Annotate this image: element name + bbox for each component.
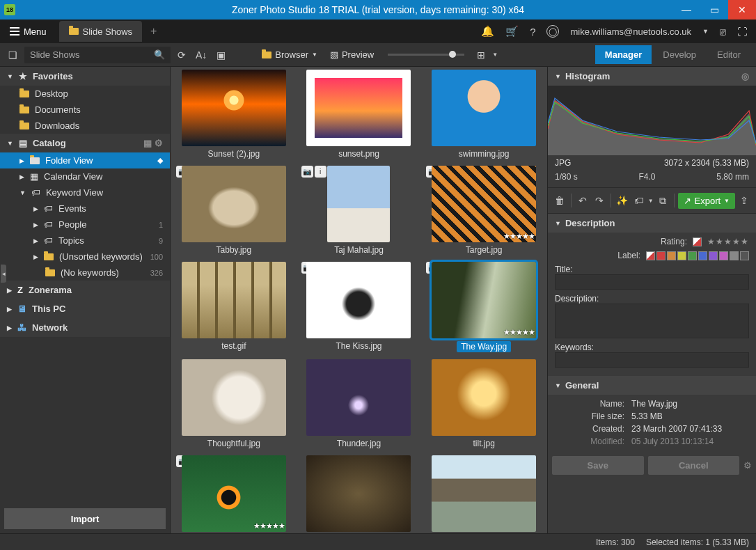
preview-mode-button[interactable]: ▧ Preview <box>326 49 378 60</box>
color-label-swatch[interactable] <box>688 251 697 260</box>
tree-item-calendar-view[interactable]: ▶▦Calendar View <box>0 168 170 184</box>
tree-item-unsorted[interactable]: ▶(Unsorted keywords)100 <box>28 249 170 265</box>
thumbnail-caption: The Kiss.jpg <box>336 341 381 351</box>
color-label-swatch[interactable] <box>698 251 707 260</box>
sort-icon[interactable]: A↓ <box>193 49 210 61</box>
tree-item-nokeywords[interactable]: (No keywords)326 <box>28 265 170 281</box>
mode-editor[interactable]: Editor <box>707 45 750 64</box>
compare-icon[interactable]: ⧉ <box>655 192 670 209</box>
thumbnail-item[interactable]: test.gif <box>176 262 292 352</box>
general-created-value: 23 March 2007 07:41:33 <box>631 424 722 434</box>
color-label-swatch[interactable] <box>709 251 718 260</box>
thumbnail-item[interactable]: Thoughtful.jpg <box>176 359 292 448</box>
window-title: Zoner Photo Studio 18 TRIAL (trial versi… <box>0 4 756 15</box>
tree-thispc-head[interactable]: ▶🖥This PC <box>0 299 170 318</box>
rating-stars[interactable]: ★★★★★ <box>707 237 749 246</box>
chevron-down-icon: ▼ <box>312 52 317 58</box>
back-icon[interactable]: ❏ <box>6 49 20 61</box>
color-label-swatch[interactable] <box>719 251 728 260</box>
main-menu-button[interactable]: Menu <box>0 19 56 43</box>
save-button[interactable]: Save <box>552 456 644 475</box>
thumbnail-item[interactable]: tower.jpg <box>426 455 542 533</box>
thumbnail-item[interactable]: Tools.jpg <box>301 455 417 533</box>
fullscreen-icon[interactable]: ⛶ <box>737 26 748 38</box>
new-tab-button[interactable]: + <box>142 25 165 38</box>
color-label-swatch[interactable] <box>667 251 676 260</box>
share-icon[interactable]: ⇪ <box>737 192 752 209</box>
description-input[interactable] <box>555 304 749 338</box>
gear-icon[interactable]: ⚙ <box>743 460 752 471</box>
color-label-swatch[interactable] <box>646 251 655 260</box>
thumbnail-item[interactable]: 📷iThe Kiss.jpg <box>301 262 417 352</box>
tag-icon[interactable]: 🏷 <box>631 192 647 209</box>
thumbnail-item[interactable]: Thunder.jpg <box>301 359 417 448</box>
wand-icon[interactable]: ✨ <box>615 192 630 209</box>
trash-icon[interactable]: 🗑 <box>552 192 567 209</box>
mode-develop[interactable]: Develop <box>653 45 706 64</box>
tree-item-topics[interactable]: ▶🏷Topics9 <box>28 233 170 249</box>
thumbnail-item[interactable]: 📷iTabby.jpg <box>176 166 292 255</box>
help-icon[interactable]: ? <box>530 26 535 38</box>
user-email[interactable]: mike.williams@nuetools.co.uk <box>570 26 691 37</box>
grid-icon[interactable]: ⊞ <box>474 49 488 61</box>
filter-icon[interactable]: ▣ <box>214 49 228 61</box>
rating-clear-icon[interactable] <box>693 237 702 246</box>
histogram-panel-head[interactable]: ▼Histogram◎ <box>548 67 756 86</box>
thumbnail-item[interactable]: 📷i★★★★★The Way.jpg <box>426 262 542 352</box>
tree-catalog-head[interactable]: ▼▤Catalog▦ ⚙ <box>0 134 170 152</box>
tree-item-keyword-view[interactable]: ▼🏷Keyword View <box>0 184 170 201</box>
tree-item-folder-view[interactable]: ▶Folder View◆ <box>0 152 170 168</box>
color-label-swatch[interactable] <box>740 251 749 260</box>
user-avatar-icon[interactable]: ◯ <box>546 25 559 38</box>
thumbnail-item[interactable]: tilt.jpg <box>426 359 542 448</box>
export-button[interactable]: ↗Export▼ <box>678 193 736 209</box>
maximize-button[interactable]: ▭ <box>700 0 728 19</box>
color-label-swatch[interactable] <box>656 251 666 260</box>
tree-item-documents[interactable]: Documents <box>0 102 170 118</box>
tree-item-desktop[interactable]: Desktop <box>0 86 170 102</box>
description-panel-head[interactable]: ▼Description <box>548 214 756 233</box>
thumbnail-image <box>182 359 286 436</box>
thumbnail-item[interactable]: 📷i★★★★★Target.jpg <box>426 166 542 255</box>
thumbnail-item[interactable]: sunset.png <box>301 70 417 159</box>
keywords-input[interactable] <box>555 352 749 368</box>
color-label-swatch[interactable] <box>677 251 686 260</box>
thumbnail-item[interactable]: 📷iTaj Mahal.jpg <box>301 166 417 255</box>
thumbnail-caption: sunset.png <box>338 149 379 159</box>
title-input[interactable] <box>555 274 749 290</box>
thumbnail-item[interactable]: Sunset (2).jpg <box>176 70 292 159</box>
tree-favorites-head[interactable]: ▼★Favorites <box>0 67 170 86</box>
cart-icon[interactable]: 🛒 <box>505 25 519 38</box>
tree-item-events[interactable]: ▶🏷Events <box>28 201 170 217</box>
chevron-down-icon[interactable]: ▼ <box>492 52 498 58</box>
tab-slide-shows[interactable]: Slide Shows <box>59 21 143 42</box>
tree-network-head[interactable]: ▶🖧Network <box>0 318 170 337</box>
close-button[interactable]: ✕ <box>728 0 756 19</box>
tree-item-downloads[interactable]: Downloads <box>0 118 170 134</box>
import-button[interactable]: Import <box>4 508 166 529</box>
tree-item-people[interactable]: ▶🏷People1 <box>28 217 170 233</box>
preview-label: Preview <box>342 49 374 60</box>
chevron-down-icon[interactable]: ▼ <box>702 28 709 35</box>
cancel-button[interactable]: Cancel <box>648 456 740 475</box>
thumbnail-item[interactable]: 📷i★★★★★Toco Toucan.jpg <box>176 455 292 533</box>
bell-icon[interactable]: 🔔 <box>481 25 494 38</box>
collapse-left-icon[interactable]: ◂ <box>1 265 6 283</box>
screen-icon[interactable]: ⎚ <box>720 26 726 38</box>
thumbnail-image <box>306 70 411 146</box>
rotate-left-icon[interactable]: ↶ <box>575 192 590 209</box>
rating-stars-overlay: ★★★★★ <box>503 328 535 337</box>
search-icon[interactable]: 🔍 <box>154 49 165 60</box>
tree-zonerama-head[interactable]: ▶ZZonerama <box>0 281 170 299</box>
refresh-icon[interactable]: ⟳ <box>175 49 189 61</box>
thumbnail-image <box>182 166 286 242</box>
color-label-swatch[interactable] <box>730 251 739 260</box>
minimize-button[interactable]: — <box>672 0 700 19</box>
thumbnail-item[interactable]: swimming.jpg <box>426 70 542 159</box>
rotate-right-icon[interactable]: ↷ <box>592 192 607 209</box>
mode-manager[interactable]: Manager <box>595 45 652 64</box>
browser-mode-button[interactable]: Browser ▼ <box>258 49 322 60</box>
thumbnail-size-slider[interactable] <box>388 54 464 56</box>
breadcrumb-search[interactable]: Slide Shows 🔍 <box>24 47 171 63</box>
general-panel-head[interactable]: ▼General <box>548 376 756 395</box>
